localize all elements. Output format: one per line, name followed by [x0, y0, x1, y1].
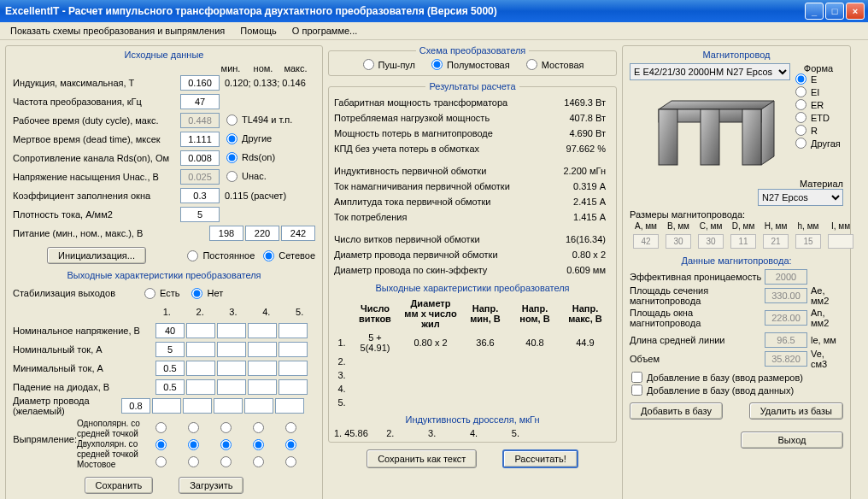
delete-from-base-button[interactable]: Удалить из базы — [749, 402, 843, 420]
power-ac[interactable]: Сетевое — [261, 250, 315, 261]
rect-r3c5[interactable] — [285, 456, 296, 467]
schema-halfbridge[interactable]: Полумостовая — [430, 59, 510, 70]
nomV-1[interactable] — [155, 323, 185, 338]
cd-window-label: Площадь окна магнитопровода — [630, 308, 765, 328]
duty-opt-other[interactable]: Другие — [225, 133, 272, 144]
nomV-5[interactable] — [279, 323, 308, 338]
dead-input[interactable] — [180, 132, 220, 147]
menu-schemes[interactable]: Показать схемы преобразования и выпрямле… — [7, 24, 228, 38]
nomV-2[interactable] — [186, 323, 215, 338]
addbase1-check[interactable]: Добавление в базу (ввод размеров) — [630, 372, 803, 383]
usat-opt[interactable]: Uнас. — [225, 171, 267, 182]
dim-h — [763, 234, 789, 249]
close-button[interactable]: × — [846, 3, 865, 20]
load-button[interactable]: Загрузить — [179, 477, 243, 494]
wire-5[interactable] — [275, 398, 304, 414]
rect-r1c4[interactable] — [253, 422, 264, 433]
power-max[interactable] — [281, 226, 315, 241]
minimize-button[interactable]: _ — [805, 3, 824, 20]
core-title: Магнитопровод — [630, 50, 843, 60]
shape-etd[interactable]: ETD — [794, 112, 843, 123]
power-nom[interactable] — [245, 226, 279, 241]
minI-3[interactable] — [217, 361, 246, 376]
nomI-2[interactable] — [186, 342, 215, 357]
rect-r2c1[interactable] — [155, 439, 167, 450]
rect-r3c4[interactable] — [253, 456, 264, 467]
rect-r3c1[interactable] — [155, 456, 167, 467]
duty-opt-tl494[interactable]: TL494 и т.п. — [225, 114, 292, 126]
shape-other[interactable]: Другая — [794, 138, 843, 149]
schema-pushpull[interactable]: Пуш-пул — [361, 59, 416, 70]
rds-opt[interactable]: Rds(on) — [225, 152, 275, 163]
rect-r3c2[interactable] — [188, 456, 199, 467]
nomV-4[interactable] — [248, 323, 277, 338]
stab-no[interactable]: Нет — [190, 288, 223, 299]
density-input[interactable] — [180, 207, 220, 222]
rect-r1c2[interactable] — [188, 422, 199, 433]
res-icons-label: Ток потребления — [334, 212, 547, 222]
exit-button[interactable]: Выход — [741, 431, 843, 449]
svg-rect-5 — [742, 109, 761, 165]
rect-r1c1[interactable] — [155, 422, 167, 433]
fill-label: Коэффициент заполнения окна — [13, 191, 179, 201]
nomI-5[interactable] — [279, 342, 308, 357]
wire-2[interactable] — [183, 398, 212, 414]
freq-input[interactable] — [180, 94, 220, 109]
minI-2[interactable] — [186, 361, 215, 376]
induction-input[interactable] — [180, 75, 220, 91]
nomV-3[interactable] — [217, 323, 246, 338]
rect-r1c3[interactable] — [220, 422, 232, 433]
power-min[interactable] — [209, 226, 243, 241]
shape-ei[interactable]: EI — [794, 86, 843, 97]
minI-1[interactable] — [155, 361, 185, 376]
diode-3[interactable] — [217, 379, 246, 395]
fill-input[interactable] — [180, 188, 220, 203]
rect-r2c2[interactable] — [188, 439, 199, 450]
stab-yes[interactable]: Есть — [143, 288, 179, 299]
output-params-title: Выходные характеристики преобразователя — [13, 270, 315, 280]
maximize-button[interactable]: □ — [825, 3, 844, 20]
rect-r1c5[interactable] — [285, 422, 296, 433]
schema-bridge[interactable]: Мостовая — [525, 59, 584, 70]
wire-0[interactable] — [121, 398, 150, 414]
core-select[interactable]: E E42/21/30 2000HM N27 Epcos — [630, 63, 790, 80]
core-panel: Магнитопровод E E42/21/30 2000HM N27 Epc… — [622, 45, 851, 499]
calculate-button[interactable]: Рассчитать! — [502, 449, 578, 468]
init-button[interactable]: Инициализация... — [47, 247, 146, 264]
res-skin-val: 0.609 мм — [547, 265, 611, 275]
cd-window-val — [765, 310, 807, 326]
rect-r3c3[interactable] — [220, 456, 232, 467]
minI-5[interactable] — [279, 361, 308, 376]
diode-4[interactable] — [248, 379, 277, 395]
shape-er[interactable]: ER — [794, 99, 843, 110]
wire-label: Диаметр провода (желаемый) — [13, 396, 120, 416]
wire-1[interactable] — [152, 398, 181, 414]
add-to-base-button[interactable]: Добавить в базу — [630, 402, 723, 420]
shape-e[interactable]: E — [794, 73, 843, 85]
diode-1[interactable] — [155, 379, 185, 395]
addbase2-check[interactable]: Добавление в базу (ввод данных) — [630, 385, 794, 396]
nomI-3[interactable] — [217, 342, 246, 357]
save-text-button[interactable]: Сохранить как текст — [367, 449, 477, 468]
wire-3[interactable] — [214, 398, 243, 414]
res-imag-val: 0.319 А — [547, 181, 611, 191]
rect-r2c3[interactable] — [220, 439, 232, 450]
shape-r[interactable]: R — [794, 125, 843, 136]
menu-help[interactable]: Помощь — [237, 24, 280, 38]
res-ploss-val: 4.690 Вт — [547, 128, 611, 138]
material-select[interactable]: N27 Epcos — [758, 189, 843, 206]
diode-5[interactable] — [279, 379, 308, 395]
nomI-1[interactable] — [155, 342, 185, 357]
power-dc[interactable]: Постоянное — [185, 250, 255, 261]
save-button[interactable]: Сохранить — [85, 477, 154, 494]
rect-r2c5[interactable] — [285, 439, 296, 450]
dim-i — [828, 234, 853, 249]
nomI-4[interactable] — [248, 342, 277, 357]
minI-4[interactable] — [248, 361, 277, 376]
diode-2[interactable] — [186, 379, 215, 395]
power-label: Питание (мин., ном., макс.), В — [13, 228, 208, 238]
rect-r2c4[interactable] — [253, 439, 264, 450]
menu-about[interactable]: О программе... — [289, 24, 361, 38]
wire-4[interactable] — [244, 398, 273, 414]
rds-input[interactable] — [180, 150, 220, 166]
